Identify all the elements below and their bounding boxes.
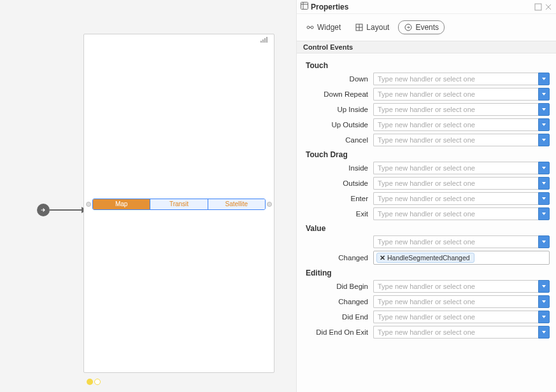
- segment-transit[interactable]: Transit: [150, 199, 208, 209]
- tab-layout[interactable]: Layout: [350, 20, 394, 34]
- group-touch: Touch: [306, 61, 550, 70]
- value-changed-tagbox[interactable]: ✕ HandleSegmentedChanged: [373, 251, 550, 265]
- label-cancel: Cancel: [303, 136, 373, 144]
- section-header-control-events: Control Events: [297, 41, 556, 53]
- dropdown-touch-cancel[interactable]: [538, 134, 550, 146]
- label-down: Down: [303, 75, 373, 83]
- input-touch-up-outside[interactable]: [373, 118, 538, 131]
- input-drag-inside[interactable]: [373, 162, 538, 174]
- segmented-control-wrapper: Map Transit Satellite: [86, 199, 272, 210]
- entry-arrow: [37, 204, 87, 216]
- input-editing-did-begin[interactable]: [373, 280, 538, 293]
- handler-tag: ✕ HandleSegmentedChanged: [376, 253, 474, 263]
- tab-widget[interactable]: Widget: [301, 20, 346, 34]
- properties-icon: [301, 2, 308, 11]
- warning-dot-icon[interactable]: [87, 379, 93, 385]
- tab-widget-label: Widget: [317, 23, 341, 32]
- dropdown-drag-outside[interactable]: [538, 177, 550, 190]
- dropdown-drag-exit[interactable]: [538, 207, 550, 220]
- events-icon: [404, 23, 413, 32]
- warning-outline-icon[interactable]: [94, 379, 101, 385]
- tab-events-label: Events: [415, 23, 439, 32]
- input-drag-enter[interactable]: [373, 192, 538, 205]
- segment-map[interactable]: Map: [93, 199, 150, 209]
- input-drag-outside[interactable]: [373, 177, 538, 190]
- svg-rect-3: [535, 4, 541, 10]
- resize-handle-right[interactable]: [267, 202, 272, 207]
- label-up-outside: Up Outside: [303, 121, 373, 129]
- svg-point-5: [311, 26, 313, 29]
- remove-tag-icon[interactable]: ✕: [380, 254, 385, 262]
- input-editing-did-end[interactable]: [373, 311, 538, 323]
- layout-icon: [355, 23, 364, 32]
- svg-rect-0: [301, 3, 308, 10]
- dropdown-touch-down-repeat[interactable]: [538, 88, 550, 101]
- label-up-inside: Up Inside: [303, 106, 373, 113]
- dropdown-editing-did-end[interactable]: [538, 311, 550, 323]
- widget-icon: [306, 23, 315, 32]
- input-drag-exit[interactable]: [373, 207, 538, 220]
- properties-tabs: Widget Layout Events: [297, 14, 556, 41]
- dock-icon[interactable]: [534, 3, 542, 11]
- tab-events[interactable]: Events: [398, 20, 445, 34]
- label-drag-enter: Enter: [303, 195, 373, 202]
- label-drag-exit: Exit: [303, 210, 373, 218]
- segmented-control[interactable]: Map Transit Satellite: [92, 199, 266, 210]
- device-frame[interactable]: Map Transit Satellite: [83, 34, 274, 373]
- resize-handle-left[interactable]: [86, 202, 91, 207]
- entry-arrow-circle: [37, 204, 50, 216]
- dropdown-touch-down[interactable]: [538, 73, 550, 85]
- dropdown-drag-enter[interactable]: [538, 192, 550, 205]
- label-did-end: Did End: [303, 313, 373, 321]
- input-touch-down[interactable]: [373, 73, 538, 85]
- properties-panel: Properties Widget Layout Events Control …: [296, 0, 556, 392]
- segment-satellite[interactable]: Satellite: [208, 199, 265, 209]
- label-editing-changed: Changed: [303, 298, 373, 305]
- dropdown-touch-up-outside[interactable]: [538, 118, 550, 131]
- label-did-begin: Did Begin: [303, 283, 373, 290]
- group-editing: Editing: [306, 269, 550, 277]
- dropdown-editing-changed[interactable]: [538, 295, 550, 308]
- close-icon[interactable]: [545, 3, 552, 11]
- frame-footer: [87, 379, 101, 385]
- dropdown-drag-inside[interactable]: [538, 162, 550, 174]
- dropdown-value-top[interactable]: [538, 235, 550, 248]
- status-bar: [84, 34, 274, 45]
- handler-tag-label: HandleSegmentedChanged: [387, 254, 470, 262]
- dropdown-editing-did-end-on-exit[interactable]: [538, 326, 550, 339]
- input-touch-cancel[interactable]: [373, 134, 538, 146]
- input-value-top[interactable]: [373, 235, 538, 248]
- signal-icon: [260, 37, 267, 43]
- tab-layout-label: Layout: [366, 23, 389, 32]
- group-value: Value: [306, 224, 550, 233]
- input-editing-did-end-on-exit[interactable]: [373, 326, 538, 339]
- label-drag-inside: Inside: [303, 164, 373, 172]
- label-drag-outside: Outside: [303, 179, 373, 187]
- design-canvas: Map Transit Satellite: [0, 0, 296, 392]
- input-editing-changed[interactable]: [373, 295, 538, 308]
- svg-point-4: [307, 26, 310, 29]
- dropdown-editing-did-begin[interactable]: [538, 280, 550, 293]
- label-value-changed: Changed: [303, 254, 373, 262]
- input-touch-down-repeat[interactable]: [373, 88, 538, 101]
- dropdown-touch-up-inside[interactable]: [538, 103, 550, 116]
- label-did-end-on-exit: Did End On Exit: [303, 328, 373, 336]
- panel-title: Properties: [311, 3, 532, 11]
- input-touch-up-inside[interactable]: [373, 103, 538, 116]
- label-down-repeat: Down Repeat: [303, 90, 373, 98]
- group-touch-drag: Touch Drag: [306, 150, 550, 159]
